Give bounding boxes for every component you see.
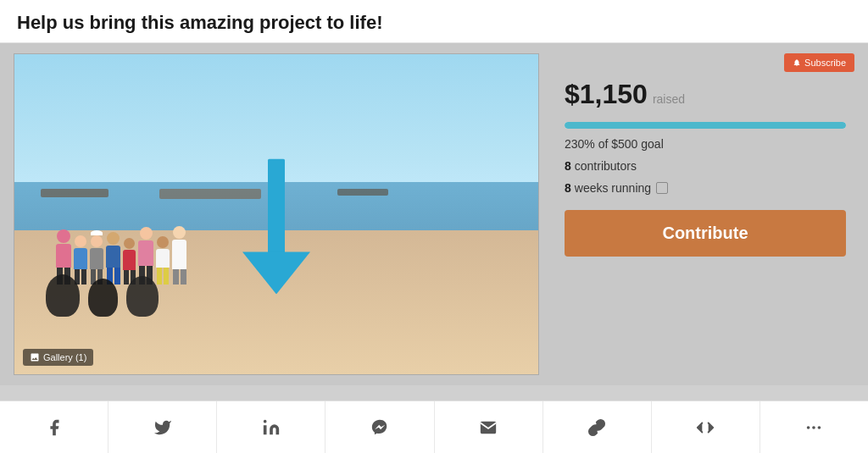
messenger-share-button[interactable] (326, 401, 434, 453)
project-image: Gallery (1) (14, 53, 539, 375)
copy-link-button[interactable] (543, 401, 652, 453)
down-arrow-icon (242, 158, 310, 294)
linkedin-share-button[interactable] (217, 401, 326, 453)
more-button[interactable] (760, 401, 868, 453)
embed-icon (696, 418, 715, 437)
link-icon (587, 418, 606, 437)
svg-point-6 (818, 426, 821, 429)
embed-button[interactable] (652, 401, 760, 453)
amount-raised: $1,150 raised (565, 79, 846, 110)
project-image-section: Gallery (1) (14, 53, 539, 375)
subscribe-button[interactable]: Subscribe (784, 53, 854, 72)
weeks-value: 8 (565, 181, 571, 195)
twitter-icon (153, 418, 172, 437)
image-icon (30, 352, 40, 362)
facebook-share-button[interactable] (0, 401, 108, 453)
page-wrapper: Help us bring this amazing project to li… (0, 0, 868, 453)
email-icon (479, 418, 498, 437)
progress-bar-wrapper (565, 122, 846, 129)
gallery-badge: Gallery (1) (23, 349, 93, 366)
goal-text: 230% of $500 goal (565, 137, 664, 151)
messenger-icon (370, 418, 389, 437)
stats-section: $1,150 raised 230% of $500 goal 8 contri… (556, 53, 854, 375)
goal-stat: 230% of $500 goal (565, 137, 846, 151)
raised-label: raised (653, 92, 685, 106)
contributors-value: 8 (565, 159, 571, 173)
more-icon (804, 418, 823, 437)
main-content: Subscribe (0, 43, 868, 385)
email-share-button[interactable] (435, 401, 543, 453)
twitter-share-button[interactable] (108, 401, 217, 453)
contributors-label: contributors (575, 159, 637, 173)
arrow-overlay (242, 158, 310, 297)
page-title: Help us bring this amazing project to li… (17, 12, 851, 34)
weeks-label: weeks running (575, 181, 651, 195)
progress-bar-fill (565, 122, 846, 129)
amount-value: $1,150 (565, 79, 648, 110)
subscribe-label: Subscribe (804, 58, 846, 68)
svg-rect-1 (268, 158, 285, 260)
gallery-label: Gallery (1) (43, 352, 86, 362)
boat-1 (41, 189, 108, 197)
bell-icon (793, 58, 801, 67)
boats (41, 189, 388, 199)
social-bar (0, 401, 868, 453)
facebook-icon (45, 418, 64, 437)
header: Help us bring this amazing project to li… (0, 0, 868, 43)
linkedin-icon (262, 418, 281, 437)
svg-point-5 (813, 426, 816, 429)
contribute-button[interactable]: Contribute (565, 210, 846, 257)
person-8 (172, 226, 186, 285)
svg-point-4 (807, 426, 810, 429)
garbage-bags (46, 274, 159, 317)
calendar-icon (656, 182, 668, 194)
boat-3 (337, 189, 388, 196)
svg-point-3 (264, 419, 267, 423)
weeks-stat: 8 weeks running (565, 181, 846, 195)
svg-marker-2 (242, 251, 310, 294)
contributors-stat: 8 contributors (565, 159, 846, 173)
